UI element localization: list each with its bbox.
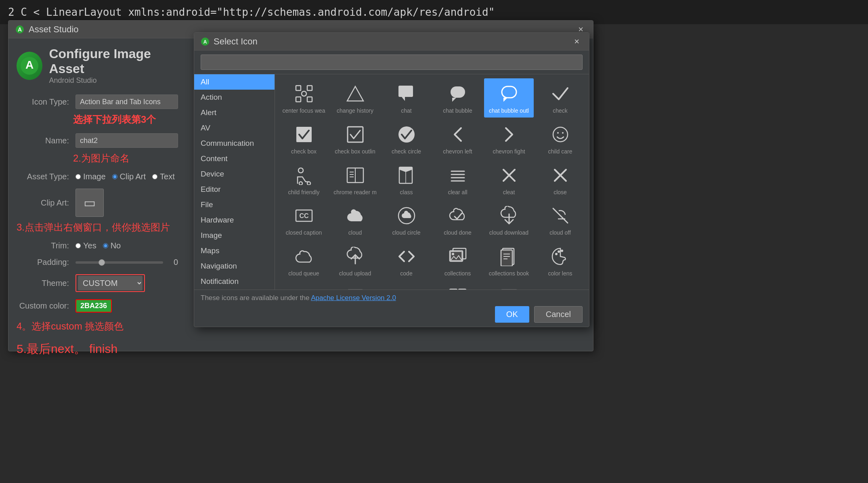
check-label: check	[553, 107, 568, 114]
clip-art-button[interactable]: ▭	[75, 189, 104, 217]
icon-search-input[interactable]	[201, 55, 583, 70]
chrome_reader-label: chrome reader m	[333, 189, 377, 196]
icon-cell-collections_book[interactable]: collections book	[484, 241, 534, 280]
child_friendly-icon	[292, 163, 316, 187]
icon-cell-change_history[interactable]: change history	[330, 78, 380, 118]
dialog-search-area	[194, 50, 589, 74]
icon-cell-child_friendly[interactable]: child friendly	[279, 160, 329, 199]
clear_all-label: clear all	[448, 189, 467, 196]
icon-type-input[interactable]	[75, 94, 178, 109]
ok-button[interactable]: OK	[495, 306, 529, 323]
dialog-close-button[interactable]: ×	[571, 35, 583, 48]
icon-cell-color_lens[interactable]: color lens	[535, 241, 585, 280]
cloud_upload-label: cloud upload	[339, 270, 371, 277]
cloud_off-label: cloud off	[549, 229, 571, 236]
icon-cell-clear_all[interactable]: clear all	[433, 160, 482, 199]
cloud_queue-label: cloud queue	[288, 270, 319, 277]
asset-type-text[interactable]: Text	[152, 172, 175, 181]
center_focus_weak-icon	[292, 82, 316, 106]
icon-cell-compare[interactable]: compare	[433, 282, 482, 290]
trim-no[interactable]: No	[103, 241, 121, 250]
computer-icon	[497, 285, 521, 290]
svg-point-52	[452, 253, 454, 255]
class-label: class	[400, 189, 413, 196]
icon-cell-confirmation_num[interactable]: confirmation nui	[535, 282, 585, 290]
icon-cell-chat_bubble[interactable]: chat bubble	[433, 78, 482, 118]
close-icon	[548, 163, 572, 187]
theme-select[interactable]: CUSTOM HOLO_DARK HOLO_LIGHT	[78, 276, 143, 290]
category-communication[interactable]: Communication	[194, 136, 275, 151]
name-input[interactable]	[75, 133, 178, 148]
icon-cell-chevron_left[interactable]: chevron left	[433, 119, 482, 158]
asset-type-clipart[interactable]: Clip Art	[112, 172, 146, 181]
padding-value: 0	[174, 258, 178, 267]
icon-cell-cloud_circle[interactable]: cloud circle	[382, 200, 431, 239]
svg-marker-13	[402, 97, 405, 101]
category-all[interactable]: All	[194, 74, 275, 90]
icon-cell-check_box_outline[interactable]: check box outlin	[330, 119, 380, 158]
icon-cell-computer[interactable]: computer	[484, 282, 534, 290]
svg-rect-14	[451, 86, 465, 98]
icon-grid: center focus weachange historychatchat b…	[279, 78, 585, 290]
category-maps[interactable]: Maps	[194, 243, 275, 258]
icon-cell-check[interactable]: check	[535, 78, 585, 118]
icon-cell-cloud[interactable]: cloud	[330, 200, 380, 239]
icon-cell-collections[interactable]: collections	[433, 241, 482, 280]
icon-cell-clear[interactable]: cleat	[484, 160, 534, 199]
padding-slider-thumb[interactable]	[99, 259, 105, 266]
icon-cell-closed_caption[interactable]: CCclosed caption	[279, 200, 329, 239]
category-content[interactable]: Content	[194, 151, 275, 166]
icon-cell-chrome_reader[interactable]: chrome reader m	[330, 160, 380, 199]
icon-cell-cloud_off[interactable]: cloud off	[535, 200, 585, 239]
clip-art-row: Clip Art: ▭	[17, 189, 178, 217]
check_box-icon	[292, 122, 316, 147]
license-link[interactable]: Apache License Version 2.0	[311, 294, 396, 302]
icon-cell-cloud_download[interactable]: cloud download	[484, 200, 534, 239]
trim-yes[interactable]: Yes	[75, 241, 96, 250]
icon-cell-class[interactable]: class	[382, 160, 431, 199]
icon-cell-colorize[interactable]: colorize	[279, 282, 329, 290]
chat-label: chat	[401, 107, 411, 114]
icon-cell-code[interactable]: code	[382, 241, 431, 280]
icon-cell-check_box[interactable]: check box	[279, 119, 329, 158]
svg-point-22	[557, 132, 559, 134]
custom-color-label: Custom color:	[17, 301, 69, 311]
category-image[interactable]: Image	[194, 228, 275, 243]
category-file[interactable]: File	[194, 197, 275, 212]
icon-cell-chat[interactable]: chat	[382, 78, 431, 118]
step2-annotation: 2.为图片命名	[73, 152, 178, 165]
icon-cell-close[interactable]: close	[535, 160, 585, 199]
category-alert[interactable]: Alert	[194, 105, 275, 120]
cloud_upload-icon	[343, 244, 367, 269]
icon-cell-check_circle[interactable]: check circle	[382, 119, 431, 158]
code-icon	[394, 244, 419, 269]
icon-cell-cloud_queue[interactable]: cloud queue	[279, 241, 329, 280]
dialog-title-icon: A	[201, 37, 210, 46]
cancel-button[interactable]: Cancel	[534, 306, 583, 323]
close-label: close	[554, 189, 567, 196]
icon-cell-compare_arrows[interactable]: compare arrows	[382, 282, 431, 290]
icon-cell-comment[interactable]: comment	[330, 282, 380, 290]
category-editor[interactable]: Editor	[194, 182, 275, 197]
cloud_download-icon	[497, 204, 521, 228]
compare_arrows-icon	[394, 285, 419, 290]
custom-color-box[interactable]: 2BA236	[75, 299, 112, 313]
category-av[interactable]: AV	[194, 120, 275, 136]
child_care-icon	[548, 122, 572, 147]
icon-cell-cloud_upload[interactable]: cloud upload	[330, 241, 380, 280]
category-notification[interactable]: Notification	[194, 274, 275, 289]
trim-label: Trim:	[17, 241, 69, 250]
svg-text:CC: CC	[299, 212, 309, 219]
icon-cell-child_care[interactable]: child care	[535, 119, 585, 158]
step3-annotation: 3.点击弹出右侧窗口，供你挑选图片	[17, 221, 178, 234]
icon-cell-chat_bubble_outline[interactable]: chat bubble outl	[484, 78, 534, 118]
category-navigation[interactable]: Navigation	[194, 258, 275, 274]
category-action[interactable]: Action	[194, 90, 275, 105]
icon-cell-cloud_done[interactable]: cloud done	[433, 200, 482, 239]
svg-marker-11	[347, 86, 363, 101]
icon-cell-center_focus_weak[interactable]: center focus wea	[279, 78, 329, 118]
asset-type-image[interactable]: Image	[75, 172, 106, 181]
category-hardware[interactable]: Hardware	[194, 212, 275, 228]
category-device[interactable]: Device	[194, 166, 275, 182]
icon-cell-chevron_right[interactable]: chevron fight	[484, 119, 534, 158]
